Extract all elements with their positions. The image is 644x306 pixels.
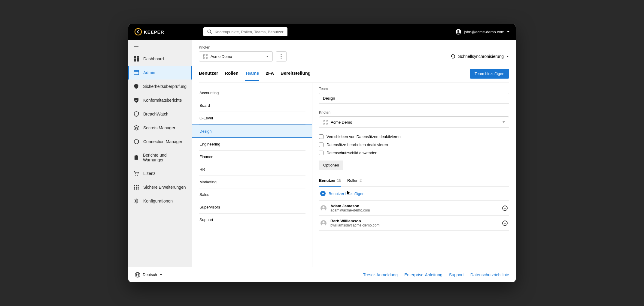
checkbox-row[interactable]: Datenschutzschild anwenden <box>319 151 509 155</box>
svg-rect-8 <box>134 56 136 58</box>
svg-rect-28 <box>203 54 204 56</box>
team-item[interactable]: Design <box>192 124 312 138</box>
team-item[interactable]: Finance <box>199 151 305 163</box>
sidebar-item-license[interactable]: Lizenz <box>128 166 192 180</box>
tab-teams[interactable]: Teams <box>245 70 259 81</box>
svg-point-4 <box>457 30 460 32</box>
avatar-icon <box>320 220 327 226</box>
keeper-logo-icon <box>134 28 142 36</box>
sidebar-item-label: Lizenz <box>143 171 155 176</box>
team-item[interactable]: Board <box>199 99 305 112</box>
svg-rect-31 <box>206 57 207 58</box>
sidebar-item-breachwatch[interactable]: BreachWatch <box>128 107 192 121</box>
sidebar-item-config[interactable]: Konfigurationen <box>128 194 192 208</box>
app-window: KEEPER john@acme-demo.com Dashboard <box>128 24 516 282</box>
remove-user-button[interactable] <box>502 205 508 211</box>
svg-point-1 <box>208 30 211 33</box>
tab-users[interactable]: Benutzer <box>199 70 218 80</box>
footer-link-support[interactable]: Support <box>449 272 464 277</box>
footer-link-vault[interactable]: Tresor-Anmeldung <box>363 272 398 277</box>
sidebar-item-security[interactable]: Sicherheitsüberprüfung <box>128 80 192 93</box>
team-item[interactable]: Support <box>199 214 305 226</box>
svg-point-17 <box>137 175 138 176</box>
hamburger-button[interactable] <box>128 40 192 52</box>
sub-tab-label: Rollen <box>347 178 358 183</box>
add-team-button[interactable]: Team hinzufügen <box>470 69 509 79</box>
tab-roles[interactable]: Rollen <box>225 70 238 80</box>
sidebar-item-connection[interactable]: Connection Manager <box>128 135 192 148</box>
options-button[interactable]: Optionen <box>319 160 343 170</box>
checkbox-disable-edit[interactable] <box>319 142 324 147</box>
detail-node-label: Knoten <box>319 110 509 115</box>
sidebar-item-admin[interactable]: Admin <box>128 66 192 80</box>
team-item[interactable]: C-Level <box>199 112 305 124</box>
content-split: Accounting Board C-Level Design Engineer… <box>192 82 516 267</box>
svg-point-25 <box>136 188 137 190</box>
team-item[interactable]: Accounting <box>199 87 305 99</box>
kebab-button[interactable] <box>276 51 287 62</box>
node-value: Acme Demo <box>211 54 232 59</box>
checkbox-row[interactable]: Datensätze bearbeiten deaktivieren <box>319 142 509 147</box>
svg-rect-38 <box>323 123 324 124</box>
avatar-icon <box>320 205 327 212</box>
kebab-icon <box>281 54 282 59</box>
hamburger-icon <box>134 45 138 48</box>
shield-solid-icon <box>134 98 139 103</box>
checkbox-label: Verschieben von Datensätzen deaktivieren <box>327 134 400 139</box>
quick-sync-button[interactable]: Schnellsynchronisierung <box>450 54 509 59</box>
sidebar-item-label: Admin <box>143 70 155 75</box>
globe-icon <box>135 272 140 278</box>
detail-node-value: Acme Demo <box>331 120 352 124</box>
shield-check-icon <box>134 84 139 89</box>
remove-user-button[interactable] <box>502 220 508 226</box>
checkbox-privacy-shield[interactable] <box>319 151 324 155</box>
sidebar-item-compliance[interactable]: Konformitätsberichte <box>128 93 192 107</box>
search-input[interactable] <box>215 30 284 34</box>
sub-tab-users[interactable]: Benutzer 15 <box>319 178 341 187</box>
add-user-label: Benutzer hinzufügen <box>329 191 364 196</box>
language-switch[interactable]: Deutsch <box>135 272 163 278</box>
chevron-down-icon <box>502 121 505 124</box>
sidebar-item-secrets[interactable]: Secrets Manager <box>128 121 192 135</box>
team-item[interactable]: Marketing <box>199 176 305 188</box>
sidebar-item-extensions[interactable]: Sichere Erweiterungen <box>128 180 192 194</box>
svg-point-36 <box>281 58 282 59</box>
sidebar-item-dashboard[interactable]: Dashboard <box>128 52 192 66</box>
team-item[interactable]: Engineering <box>199 138 305 151</box>
svg-point-27 <box>135 200 137 202</box>
user-email: adam@acme-demo.com <box>330 208 498 212</box>
svg-point-34 <box>281 54 282 55</box>
tab-provisioning[interactable]: Bereitstellung <box>281 70 311 80</box>
checkbox-label: Datensätze bearbeiten deaktivieren <box>327 142 388 147</box>
grid-icon <box>134 184 139 190</box>
main-tabs: Benutzer Rollen Teams 2FA Bereitstellung <box>199 70 311 80</box>
footer-link-privacy[interactable]: Datenschutzrichtlinie <box>470 272 509 277</box>
team-item[interactable]: Sales <box>199 188 305 201</box>
sub-tab-roles[interactable]: Rollen 2 <box>347 178 362 186</box>
sidebar-item-label: BreachWatch <box>143 112 169 116</box>
sidebar-item-label: Secrets Manager <box>143 125 175 130</box>
node-select[interactable]: Acme Demo <box>199 51 273 62</box>
checkbox-disable-move[interactable] <box>319 134 324 139</box>
team-field-label: Team <box>319 87 509 91</box>
team-list: Accounting Board C-Level Design Engineer… <box>192 82 312 267</box>
checkbox-row[interactable]: Verschieben von Datensätzen deaktivieren <box>319 134 509 139</box>
checkbox-label: Datenschutzschild anwenden <box>327 151 377 155</box>
account-menu[interactable]: john@acme-demo.com <box>455 29 510 35</box>
add-user-button[interactable]: + Benutzer hinzufügen <box>319 187 509 201</box>
tab-2fa[interactable]: 2FA <box>266 70 274 80</box>
team-name-input[interactable] <box>319 93 509 104</box>
node-label: Knoten <box>199 45 509 50</box>
hex-icon <box>134 139 139 144</box>
nav-list: Dashboard Admin Sicherheitsüberprüfung K… <box>128 52 192 208</box>
footer-link-enterprise[interactable]: Enterprise-Anleitung <box>404 272 442 277</box>
svg-point-26 <box>138 188 139 190</box>
team-item[interactable]: HR <box>199 163 305 176</box>
chevron-down-icon <box>506 55 509 58</box>
team-item[interactable]: Supervisors <box>199 201 305 214</box>
search-field[interactable] <box>203 27 287 36</box>
sidebar: Dashboard Admin Sicherheitsüberprüfung K… <box>128 40 192 267</box>
sidebar-item-label: Berichte und Warnungen <box>143 153 187 162</box>
sidebar-item-reports[interactable]: Berichte und Warnungen <box>128 148 192 166</box>
detail-node-select[interactable]: Acme Demo <box>319 116 509 128</box>
